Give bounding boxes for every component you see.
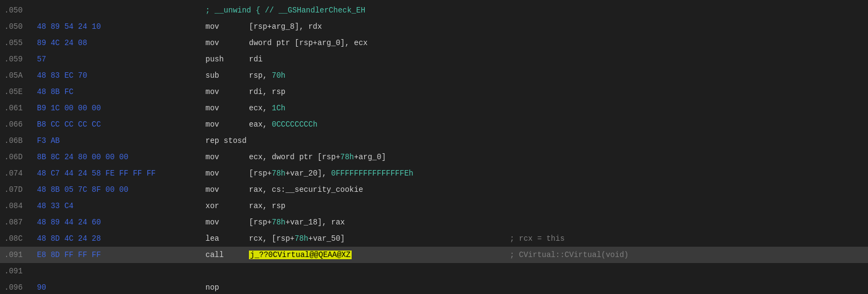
line-bytes: 48 8B FC — [37, 84, 205, 100]
line-addr: .096 — [4, 279, 37, 294]
line-bytes: F3 AB — [37, 133, 205, 149]
line-bytes: 90 — [37, 279, 205, 294]
line-operands: rcx, [rsp+78h+var_50] — [249, 230, 510, 247]
line-mnemonic: mov — [205, 182, 249, 198]
code-line: .08448 33 C4xorrax, rsp — [0, 198, 868, 214]
line-addr: .05A — [4, 67, 37, 84]
line-operands: [rsp+78h+var_20], 0FFFFFFFFFFFFFFFEh — [249, 165, 510, 182]
line-bytes: B9 1C 00 00 00 — [37, 100, 205, 116]
code-line: .091E8 8D FF FF FFcallj_??0CVirtual@@QEA… — [0, 247, 868, 263]
line-bytes: 89 4C 24 08 — [37, 35, 205, 51]
line-addr: .084 — [4, 198, 37, 214]
line-bytes: 8B 8C 24 80 00 00 00 — [37, 149, 205, 165]
line-comment: ; __unwind { // __GSHandlerCheck_EH — [205, 2, 365, 18]
line-addr: .050 — [4, 2, 37, 18]
code-line: .06BF3 ABrep stosd — [0, 133, 868, 149]
line-operands: ecx, dword ptr [rsp+78h+arg_0] — [249, 149, 510, 165]
line-operands: [rsp+arg_8], rdx — [249, 18, 510, 35]
line-addr: .061 — [4, 100, 37, 116]
code-line: .06D8B 8C 24 80 00 00 00movecx, dword pt… — [0, 149, 868, 165]
line-bytes: 48 89 44 24 60 — [37, 214, 205, 230]
code-line: .05589 4C 24 08movdword ptr [rsp+arg_0],… — [0, 35, 868, 51]
line-addr: .055 — [4, 35, 37, 51]
line-addr: .07D — [4, 182, 37, 198]
code-view: .050; __unwind { // __GSHandlerCheck_EH.… — [0, 0, 868, 294]
line-operands: ecx, 1Ch — [249, 100, 510, 116]
code-line: .07D48 8B 05 7C 8F 00 00movrax, cs:__sec… — [0, 182, 868, 198]
line-operands: rdi — [249, 51, 510, 67]
line-addr: .091 — [4, 247, 37, 263]
line-mnemonic: lea — [205, 230, 249, 247]
line-addr: .059 — [4, 51, 37, 67]
line-bytes: 48 8B 05 7C 8F 00 00 — [37, 182, 205, 198]
line-bytes: 48 8D 4C 24 28 — [37, 230, 205, 247]
line-mnemonic: xor — [205, 198, 249, 214]
line-comment: ; CVirtual::CVirtual(void) — [510, 247, 628, 263]
code-line: .061B9 1C 00 00 00movecx, 1Ch — [0, 100, 868, 116]
line-operands: rsp, 70h — [249, 67, 510, 84]
line-bytes: 57 — [37, 51, 205, 67]
line-bytes: 48 C7 44 24 58 FE FF FF FF — [37, 165, 205, 182]
code-line: .091 — [0, 263, 868, 279]
code-line: .08748 89 44 24 60mov[rsp+78h+var_18], r… — [0, 214, 868, 230]
line-operands: rax, cs:__security_cookie — [249, 182, 510, 198]
line-addr: .066 — [4, 116, 37, 133]
line-mnemonic: mov — [205, 149, 249, 165]
code-line: .050; __unwind { // __GSHandlerCheck_EH — [0, 2, 868, 18]
code-line: .05957pushrdi — [0, 51, 868, 67]
line-bytes: B8 CC CC CC CC — [37, 116, 205, 133]
line-bytes: E8 8D FF FF FF — [37, 247, 205, 263]
line-addr: .087 — [4, 214, 37, 230]
line-mnemonic: rep stosd — [205, 133, 249, 149]
line-operands: dword ptr [rsp+arg_0], ecx — [249, 35, 510, 51]
line-operands: rax, rsp — [249, 198, 510, 214]
line-mnemonic: call — [205, 247, 249, 263]
line-addr: .06B — [4, 133, 37, 149]
code-line: .05048 89 54 24 10mov[rsp+arg_8], rdx — [0, 18, 868, 35]
line-addr: .06D — [4, 149, 37, 165]
code-line: .05A48 83 EC 70subrsp, 70h — [0, 67, 868, 84]
code-line: .05E48 8B FCmovrdi, rsp — [0, 84, 868, 100]
line-mnemonic: push — [205, 51, 249, 67]
line-bytes: 48 33 C4 — [37, 198, 205, 214]
line-addr: .050 — [4, 18, 37, 35]
line-mnemonic: mov — [205, 116, 249, 133]
code-line: .09690nop — [0, 279, 868, 294]
line-mnemonic: mov — [205, 100, 249, 116]
line-operands: j_??0CVirtual@@QEAA@XZ — [249, 247, 510, 263]
line-mnemonic: mov — [205, 84, 249, 100]
line-mnemonic: mov — [205, 35, 249, 51]
line-mnemonic: mov — [205, 165, 249, 182]
line-mnemonic: sub — [205, 67, 249, 84]
line-mnemonic: mov — [205, 214, 249, 230]
line-operands: [rsp+78h+var_18], rax — [249, 214, 510, 230]
line-bytes: 48 89 54 24 10 — [37, 18, 205, 35]
line-operands: eax, 0CCCCCCCCh — [249, 116, 510, 133]
line-operands: rdi, rsp — [249, 84, 510, 100]
line-mnemonic: nop — [205, 279, 287, 294]
code-line: .07448 C7 44 24 58 FE FF FF FFmov[rsp+78… — [0, 165, 868, 182]
line-mnemonic: mov — [205, 18, 249, 35]
line-addr: .074 — [4, 165, 37, 182]
code-line: .066B8 CC CC CC CCmoveax, 0CCCCCCCCh — [0, 116, 868, 133]
line-addr: .08C — [4, 230, 37, 247]
line-addr: .05E — [4, 84, 37, 100]
line-bytes: 48 83 EC 70 — [37, 67, 205, 84]
code-line: .08C48 8D 4C 24 28learcx, [rsp+78h+var_5… — [0, 230, 868, 247]
line-comment: ; rcx = this — [510, 230, 565, 247]
